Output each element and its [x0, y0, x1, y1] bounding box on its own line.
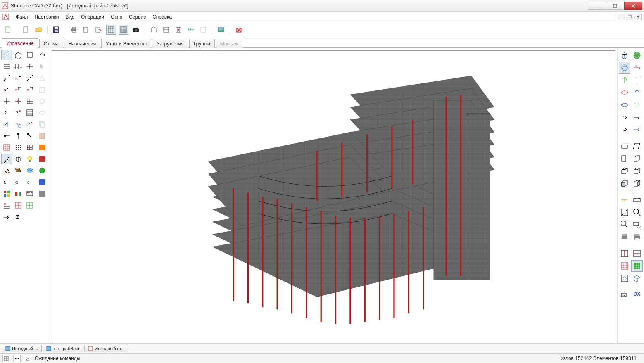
tool-grid-dots-icon[interactable] — [13, 142, 24, 153]
measure-icon[interactable] — [619, 194, 630, 206]
view-pan-2-icon[interactable] — [619, 124, 630, 135]
export-button[interactable] — [94, 25, 104, 35]
draw-box-2-icon[interactable] — [24, 50, 35, 60]
tool-grid-red-icon[interactable] — [13, 200, 24, 211]
tool-query-4-icon[interactable]: ? — [13, 119, 24, 130]
status-btn-3[interactable] — [24, 355, 31, 362]
view-orbit-icon[interactable] — [619, 62, 630, 74]
proj-iso-2-icon[interactable] — [631, 153, 643, 164]
color-4-icon[interactable] — [37, 177, 48, 187]
tool-grid-small-icon[interactable] — [1, 142, 12, 153]
section-1-icon[interactable] — [619, 248, 630, 259]
view-right-2-icon[interactable] — [631, 124, 643, 135]
copy-icon[interactable] — [37, 119, 48, 130]
tool-markers-icon[interactable] — [13, 61, 24, 72]
status-btn-2[interactable] — [13, 355, 21, 362]
draw-line-icon[interactable] — [1, 50, 12, 60]
tool-nodes-3-icon[interactable]: T — [24, 73, 35, 83]
color-3-icon[interactable] — [37, 165, 48, 176]
grid-green-icon[interactable] — [631, 260, 643, 272]
mdi-restore-button[interactable]: ❐ — [626, 14, 633, 20]
tool-node-diag-icon[interactable] — [24, 130, 35, 141]
tool-palette-icon[interactable] — [24, 188, 35, 199]
camera-button[interactable] — [131, 25, 141, 35]
view-axis-y-icon[interactable]: y — [619, 74, 630, 86]
proj-xy-icon[interactable] — [619, 140, 630, 152]
shape-2-icon[interactable] — [37, 84, 48, 95]
view-axis-x-icon[interactable]: x — [631, 62, 643, 74]
view-rotate-z-icon[interactable] — [619, 87, 630, 98]
menu-view[interactable]: Вид — [62, 13, 78, 21]
mdi-minimize-button[interactable]: ― — [618, 14, 625, 20]
mdi-close-button[interactable]: ✕ — [634, 14, 642, 20]
shape-3-icon[interactable] — [37, 96, 48, 107]
proj-back-icon[interactable] — [619, 178, 630, 189]
tool-results-3-icon[interactable]: R — [24, 84, 35, 95]
tool-pencil-icon[interactable] — [1, 154, 12, 164]
maximize-button[interactable] — [606, 2, 624, 10]
section-4-icon[interactable] — [631, 273, 643, 284]
section-2-icon[interactable] — [619, 273, 630, 284]
view-globe-icon[interactable] — [631, 50, 643, 61]
image-tool-button[interactable] — [216, 25, 226, 35]
shape-1-icon[interactable] — [37, 73, 48, 83]
tool-g-group-2-icon[interactable]: G — [24, 177, 35, 187]
grid-right-icon[interactable] — [619, 260, 630, 272]
zoom-window-icon[interactable] — [619, 219, 630, 230]
paste-icon[interactable] — [37, 130, 48, 141]
tool-lightbulb-icon[interactable] — [24, 154, 35, 164]
color-2-icon[interactable] — [37, 154, 48, 164]
print-right-icon[interactable] — [619, 231, 630, 243]
tool-n-group-icon[interactable]: N — [1, 177, 12, 187]
view-up-2-icon[interactable] — [631, 87, 643, 98]
save-button[interactable] — [51, 25, 61, 35]
view-up-icon[interactable] — [631, 74, 643, 86]
tab-management[interactable]: Управление — [2, 38, 38, 48]
grid-display-button[interactable] — [106, 25, 116, 35]
doc-tab-1[interactable]: Исходный ... — [2, 345, 42, 352]
menu-help[interactable]: Справка — [149, 13, 175, 21]
view-pan-1-icon[interactable] — [619, 112, 630, 123]
structure-tool-3-button[interactable] — [173, 25, 183, 35]
tab-groups[interactable]: Группы — [189, 39, 215, 48]
open-file-button[interactable] — [21, 25, 31, 35]
tool-query-1-icon[interactable]: ? — [1, 107, 12, 118]
tool-layers-icon[interactable] — [13, 165, 24, 176]
doc-tab-3[interactable]: Исходный ф... — [84, 345, 128, 352]
proj-top-icon[interactable] — [631, 165, 643, 177]
tool-cross-2-icon[interactable] — [13, 96, 24, 107]
tab-assignments[interactable]: Назначения — [64, 39, 101, 48]
color-1-icon[interactable] — [37, 142, 48, 153]
tool-bars-icon[interactable] — [1, 61, 12, 72]
proj-yz-icon[interactable] — [631, 140, 643, 152]
structure-tool-4-button[interactable] — [186, 25, 196, 35]
tool-hatch-icon[interactable] — [24, 96, 35, 107]
label-icon[interactable]: 10 — [619, 289, 630, 301]
tool-nodes-2-icon[interactable]: N — [13, 73, 24, 83]
menu-operations[interactable]: Операции — [78, 13, 107, 21]
structure-tool-5-button[interactable] — [198, 25, 208, 35]
scale-icon[interactable] — [631, 194, 643, 206]
open-folder-button[interactable] — [33, 25, 43, 35]
grid-fine-button[interactable] — [119, 25, 128, 35]
print-button[interactable] — [69, 25, 79, 35]
view-up-3-icon[interactable] — [631, 99, 643, 111]
menu-settings[interactable]: Настройки — [31, 13, 62, 21]
tool-g-group-icon[interactable]: G — [13, 177, 24, 187]
doc-tab-2[interactable]: т э - рабЗорг — [43, 345, 83, 352]
tab-nodes-elements[interactable]: Узлы и Элементы — [101, 39, 151, 48]
tool-results-2-icon[interactable]: R — [13, 84, 24, 95]
tool-node-h-icon[interactable] — [1, 130, 12, 141]
tool-markers-2-icon[interactable] — [24, 61, 35, 72]
proj-front-icon[interactable] — [619, 165, 630, 177]
fit-icon[interactable] — [619, 206, 630, 218]
view-iso-icon[interactable] — [619, 50, 630, 61]
structure-tool-1-button[interactable] — [149, 25, 159, 35]
status-btn-1[interactable] — [2, 355, 10, 362]
tool-colormap-icon[interactable] — [1, 188, 12, 199]
minimize-button[interactable] — [588, 2, 606, 10]
zoom-rect-icon[interactable] — [631, 219, 643, 230]
structure-tool-2-button[interactable] — [161, 25, 171, 35]
close-button[interactable] — [624, 2, 642, 10]
proj-xz-icon[interactable] — [619, 153, 630, 164]
